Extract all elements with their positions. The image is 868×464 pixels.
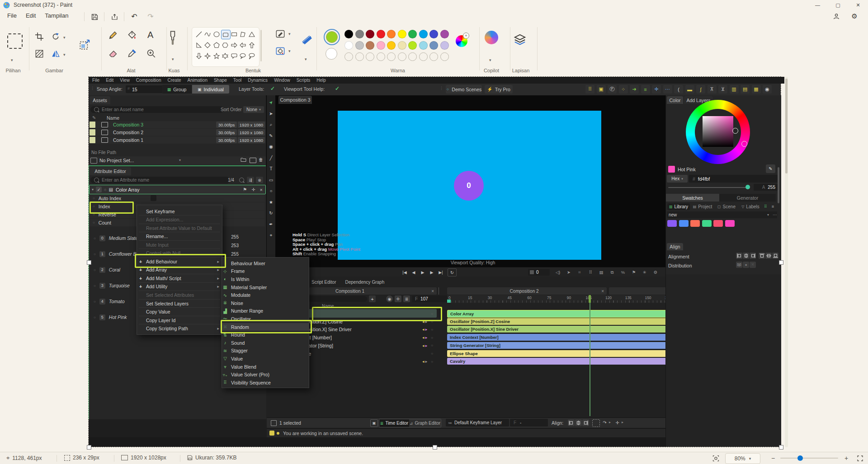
cube-icon[interactable]: ▣ bbox=[597, 85, 606, 94]
zoom-slider[interactable] bbox=[780, 458, 838, 459]
cavalry-menu-dynamics[interactable]: Dynamics bbox=[248, 78, 268, 83]
tab-generator[interactable]: Generator bbox=[719, 194, 776, 202]
assets-tab[interactable]: Assets bbox=[90, 96, 110, 104]
prev-key-icon[interactable]: ◂ bbox=[422, 359, 425, 364]
fullscreen-icon[interactable] bbox=[855, 454, 864, 463]
collapse-icon[interactable]: ▾ bbox=[92, 187, 94, 192]
palette-color[interactable] bbox=[419, 30, 428, 38]
columns-icon[interactable]: ▥ bbox=[730, 85, 739, 94]
send-back-icon[interactable]: ⊼ bbox=[708, 85, 717, 94]
solo-icon[interactable]: ○ bbox=[104, 187, 106, 192]
project-set-dropdown[interactable]: No Project Set... bbox=[99, 158, 134, 163]
sv-square[interactable] bbox=[703, 116, 733, 147]
menu-item-add-utility[interactable]: +Add Utility▸ bbox=[137, 282, 222, 291]
palette-color[interactable] bbox=[355, 30, 364, 38]
viewport-comp-tab[interactable]: Composition 3 bbox=[278, 96, 312, 104]
shape-star-5[interactable] bbox=[212, 52, 221, 60]
text-tool[interactable]: A bbox=[147, 30, 153, 40]
viewport-frame-field[interactable]: 0 bbox=[528, 269, 550, 276]
keyframe-dot-icon[interactable]: ○ bbox=[431, 319, 433, 323]
align-box-button[interactable] bbox=[592, 419, 600, 427]
demo-scenes-button[interactable]: ⁘Demo Scenes bbox=[446, 85, 482, 94]
flag-icon[interactable]: ⚑ bbox=[630, 269, 637, 276]
pin-icon[interactable]: ⚑ bbox=[243, 187, 247, 192]
menu-item-copy-layer-id[interactable]: Copy Layer Id bbox=[137, 316, 222, 324]
submenu-item-behaviour-mixer[interactable]: ◔Behaviour Mixer bbox=[222, 259, 309, 267]
open-folder-icon[interactable] bbox=[241, 157, 247, 164]
tab-dependency-graph[interactable]: Dependency Graph bbox=[342, 278, 387, 286]
copilot-button[interactable] bbox=[485, 31, 498, 44]
alignment-h-r-button[interactable] bbox=[750, 253, 756, 259]
shape-triangle[interactable] bbox=[247, 30, 256, 38]
source-project[interactable]: ▤Project bbox=[691, 203, 714, 210]
shape-pentagon[interactable] bbox=[212, 41, 221, 49]
keyframe-dot-icon[interactable]: ○ bbox=[431, 328, 433, 332]
menu-item-copy-scripting-path[interactable]: Copy Scripting Path▸ bbox=[137, 324, 222, 333]
forward-icon[interactable]: ➔ bbox=[630, 85, 639, 94]
prev-key-icon[interactable]: ◂ bbox=[422, 335, 425, 340]
blob-icon[interactable]: ◉ bbox=[386, 295, 393, 302]
align-c-button[interactable] bbox=[575, 419, 582, 426]
sort-order-dropdown[interactable]: None▾ bbox=[243, 106, 264, 113]
chevron-down-icon[interactable]: ▾ bbox=[767, 213, 769, 217]
cavalry-menu-view[interactable]: View bbox=[120, 78, 130, 83]
individual-toggle[interactable]: ▣Individual bbox=[192, 85, 229, 94]
canvas-handle-bottom-right[interactable] bbox=[779, 445, 783, 450]
submenu-item-value-blend[interactable]: ⩔Value Blend bbox=[222, 363, 309, 371]
stack-icon[interactable]: ⧉ bbox=[609, 269, 616, 276]
alignment-v-b-button[interactable] bbox=[772, 253, 778, 259]
rotate-tool-icon[interactable]: ↻ bbox=[268, 210, 274, 216]
keyframe-dot-icon[interactable]: ○ bbox=[431, 352, 433, 356]
sv-handle[interactable] bbox=[732, 128, 738, 134]
playhead-line[interactable] bbox=[590, 295, 590, 416]
submenu-item-modulate[interactable]: ∿Modulate bbox=[222, 291, 309, 299]
color1-swatch[interactable] bbox=[324, 29, 340, 45]
text-tool-icon[interactable]: T bbox=[268, 165, 274, 172]
paint-menu-file[interactable]: File bbox=[3, 10, 21, 21]
close-icon[interactable]: × bbox=[431, 289, 434, 294]
palette-color[interactable] bbox=[440, 41, 449, 50]
redo-button[interactable]: ↷ bbox=[145, 11, 156, 22]
step-forward-button[interactable]: ▶ bbox=[428, 269, 436, 276]
source-scene[interactable]: ▢Scene bbox=[715, 203, 738, 210]
alpha-thumb[interactable] bbox=[745, 185, 750, 189]
move-keys-icon[interactable]: ✛ bbox=[395, 295, 401, 302]
keyframe-dot-icon[interactable]: ○ bbox=[94, 268, 96, 272]
rotate-button[interactable] bbox=[52, 33, 61, 42]
share-button[interactable] bbox=[108, 12, 120, 22]
zoom-level-dropdown[interactable]: 80%▾ bbox=[725, 453, 760, 464]
slice-tool-icon[interactable]: ╱ bbox=[268, 155, 274, 161]
shape-arrow-up[interactable] bbox=[247, 41, 256, 49]
submenu-item-random[interactable]: ⁙Random bbox=[222, 323, 309, 331]
shape-polygon[interactable] bbox=[239, 30, 247, 38]
canvas-handle-right[interactable] bbox=[779, 260, 783, 265]
shape-hexagon[interactable] bbox=[221, 41, 230, 49]
undo-button[interactable]: ↶ bbox=[128, 11, 140, 22]
time-editor-button[interactable]: ≣Time Editor bbox=[379, 419, 410, 427]
source-library[interactable]: ▥Library bbox=[667, 203, 690, 210]
step-back-button[interactable]: ◀ bbox=[410, 269, 418, 276]
nib-tool-icon[interactable]: ✒ bbox=[268, 221, 274, 228]
more-options-icon[interactable]: ⋯ bbox=[773, 212, 777, 217]
close-icon[interactable]: × bbox=[260, 187, 263, 192]
next-key-icon[interactable]: ▸ bbox=[425, 327, 428, 332]
swatch-chip[interactable] bbox=[679, 220, 689, 227]
hue-handle[interactable] bbox=[741, 141, 747, 147]
submenu-item-stagger[interactable]: ≋Stagger bbox=[222, 347, 309, 355]
cavalry-menu-animation[interactable]: Animation bbox=[187, 78, 207, 83]
paint-menu-edit[interactable]: Edit bbox=[21, 10, 40, 21]
skip-start-button[interactable]: |◀ bbox=[401, 269, 409, 276]
graph-editor-button[interactable]: ⊿Graph Editor bbox=[409, 419, 441, 427]
shape-speech-oval[interactable] bbox=[239, 52, 247, 60]
bottom-frame-field[interactable]: F- bbox=[510, 419, 548, 427]
search-select-button[interactable] bbox=[238, 177, 245, 183]
size-selector-button[interactable] bbox=[301, 33, 313, 45]
menu-item-rename-[interactable]: Rename... bbox=[137, 232, 222, 241]
palette-empty-slot[interactable] bbox=[387, 52, 396, 61]
shape-arrow-left[interactable] bbox=[239, 41, 247, 49]
asset-search-input[interactable]: Enter an Asset name bbox=[90, 106, 223, 113]
loop-button[interactable]: ↻ bbox=[448, 268, 457, 277]
keyframe-dot-icon[interactable]: ○ bbox=[93, 212, 95, 216]
rect-tool-icon[interactable]: ▭ bbox=[268, 177, 274, 183]
playhead-head[interactable] bbox=[589, 295, 591, 303]
